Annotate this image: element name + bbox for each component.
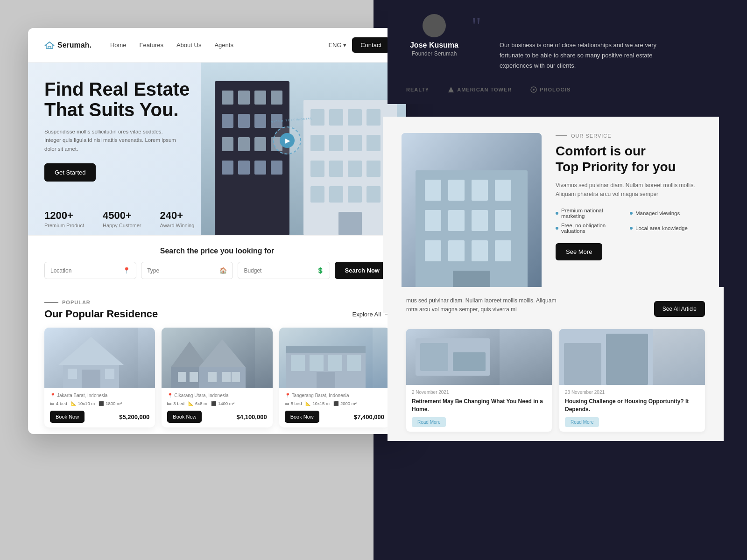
svg-rect-14 xyxy=(448,240,465,261)
svg-rect-59 xyxy=(366,161,381,177)
svg-rect-77 xyxy=(190,372,198,382)
type-field: 🏠 xyxy=(141,262,233,279)
read-more-button-1[interactable]: Read More xyxy=(412,417,446,427)
article-date-2: 23 November 2021 xyxy=(565,390,699,395)
play-icon: ▶ xyxy=(280,133,295,148)
svg-rect-68 xyxy=(82,370,100,388)
hero-building-image: VIDEO TESTIMONIAL ▶ xyxy=(201,63,406,235)
svg-rect-49 xyxy=(329,109,343,126)
service-building-image xyxy=(402,133,542,296)
video-play-button[interactable]: VIDEO TESTIMONIAL ▶ xyxy=(273,126,301,154)
nav-features[interactable]: Features xyxy=(140,42,163,49)
budget-input[interactable] xyxy=(244,267,313,274)
hero-description: Suspendisse mollis sollicitudin ores vit… xyxy=(44,127,180,153)
svg-rect-33 xyxy=(254,91,266,105)
svg-rect-6 xyxy=(448,180,465,201)
service-features-list: Premium national marketing Managed viewi… xyxy=(556,208,700,234)
svg-rect-51 xyxy=(366,109,381,126)
property-price-3: $7,400,000 xyxy=(354,413,384,420)
language-selector[interactable]: ENG ▾ xyxy=(328,42,346,49)
svg-rect-41 xyxy=(254,137,266,151)
nav-home[interactable]: Home xyxy=(110,42,127,49)
svg-point-2 xyxy=(533,89,535,91)
budget-field: 💲 xyxy=(238,262,330,279)
svg-rect-79 xyxy=(222,372,231,382)
book-button-3[interactable]: Book Now xyxy=(285,411,319,423)
svg-rect-55 xyxy=(366,135,381,151)
see-all-articles-button[interactable]: See All Article xyxy=(654,301,705,317)
hero-content: Find Real Estate That Suits You. Suspend… xyxy=(44,79,190,182)
svg-rect-5 xyxy=(425,180,441,201)
svg-rect-88 xyxy=(317,372,335,388)
search-title: Search the price you looking for xyxy=(44,247,390,255)
book-button-1[interactable]: Book Now xyxy=(50,411,85,423)
svg-rect-83 xyxy=(286,346,366,353)
site-logo: Serumah. xyxy=(44,41,92,49)
articles-section: mus sed pulvinar diam. Nullam laoreet mo… xyxy=(388,287,724,441)
svg-rect-57 xyxy=(329,161,343,177)
svg-marker-0 xyxy=(448,87,454,92)
svg-rect-54 xyxy=(348,135,362,151)
property-features-2: 🛏 3 bed 📐 6x8 m ⬛ 1400 m² xyxy=(167,401,267,406)
article-card-2: 23 November 2021 Housing Challenge or Ho… xyxy=(559,329,705,432)
svg-rect-13 xyxy=(425,240,441,261)
navigation: Serumah. Home Features About Us Agents E… xyxy=(28,28,406,63)
brand-logo-realty: REALTY xyxy=(406,87,429,92)
articles-description: mus sed pulvinar diam. Nullam laoreet mo… xyxy=(406,296,556,314)
stat-customers: 4500+ Happy Customer xyxy=(103,210,141,228)
property-features-3: 🛏 5 bed 📐 10x15 m ⬛ 2000 m² xyxy=(285,401,384,406)
stat-awards: 240+ Award Winning xyxy=(160,210,195,228)
search-now-button[interactable]: Search Now xyxy=(335,262,390,279)
hero-title: Find Real Estate That Suits You. xyxy=(44,79,190,120)
property-price-2: $4,100,000 xyxy=(237,413,267,420)
stat-premium: 1200+ Premium Product xyxy=(44,210,84,228)
svg-rect-24 xyxy=(564,343,601,385)
popular-section: POPULAR Our Popular Residence Explore Al… xyxy=(28,288,406,434)
property-card-3: 📍Tangerang Barat, Indonesia 🛏 5 bed 📐 10… xyxy=(279,328,390,427)
property-price-1: $5,200,000 xyxy=(119,413,149,420)
get-started-button[interactable]: Get Started xyxy=(44,163,96,182)
property-location-2: 📍Cikarang Utara, Indonesia xyxy=(167,393,267,398)
brand-logo-tower: AMERICAN TOWER xyxy=(448,86,512,93)
nav-agents[interactable]: Agents xyxy=(214,42,233,49)
svg-rect-85 xyxy=(310,355,324,371)
stat-label-customers: Happy Customer xyxy=(103,223,141,228)
svg-rect-31 xyxy=(222,91,233,105)
service-feature-4: Local area knowledge xyxy=(630,223,700,234)
svg-rect-61 xyxy=(329,186,343,203)
service-feature-2: Managed viewings xyxy=(630,208,700,219)
logo-icon xyxy=(44,42,55,49)
svg-rect-43 xyxy=(222,161,233,175)
hero-section: Find Real Estate That Suits You. Suspend… xyxy=(28,63,406,235)
location-input[interactable] xyxy=(50,267,120,274)
article-title-1: Retirement May Be Changing What You Need… xyxy=(412,398,546,413)
property-cards-list: 📍Jakarta Barat, Indonesia 🛏 4 bed 📐 10x1… xyxy=(44,328,390,427)
svg-rect-35 xyxy=(222,114,233,128)
svg-rect-46 xyxy=(271,161,282,175)
svg-rect-86 xyxy=(328,355,342,371)
svg-rect-36 xyxy=(238,114,250,128)
read-more-button-2[interactable]: Read More xyxy=(565,417,599,427)
svg-rect-44 xyxy=(238,161,250,175)
article-cards-list: 2 November 2021 Retirement May Be Changi… xyxy=(406,329,705,432)
property-location-1: 📍Jakarta Barat, Indonesia xyxy=(50,393,149,398)
brands-row: REALTY AMERICAN TOWER PROLOGIS xyxy=(388,77,714,102)
article-card-1: 2 November 2021 Retirement May Be Changi… xyxy=(406,329,552,432)
location-icon: 📍 xyxy=(123,267,130,274)
svg-rect-50 xyxy=(348,109,362,126)
stat-label-premium: Premium Product xyxy=(44,223,84,228)
stat-label-awards: Award Winning xyxy=(160,223,195,228)
nav-about[interactable]: About Us xyxy=(176,42,201,49)
contact-button[interactable]: Contact xyxy=(352,37,390,53)
svg-rect-21 xyxy=(453,352,486,371)
dollar-icon: 💲 xyxy=(317,267,324,274)
see-more-button[interactable]: See More xyxy=(556,243,602,260)
svg-rect-69 xyxy=(68,369,77,379)
svg-rect-11 xyxy=(472,210,488,231)
type-input[interactable] xyxy=(147,267,217,274)
property-features-1: 🛏 4 bed 📐 10x10 m ⬛ 1800 m² xyxy=(50,401,149,406)
svg-rect-10 xyxy=(448,210,465,231)
article-date-1: 2 November 2021 xyxy=(412,390,546,395)
book-button-2[interactable]: Book Now xyxy=(167,411,202,423)
svg-rect-56 xyxy=(310,161,324,177)
